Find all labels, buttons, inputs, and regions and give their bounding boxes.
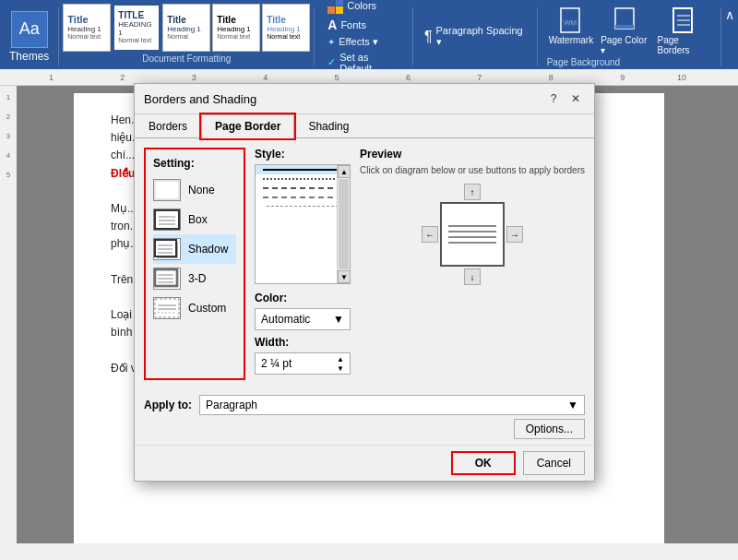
dialog-overlay: Borders and Shading ? ✕ Borders Page Bor… <box>0 0 738 560</box>
setting-box[interactable]: Box <box>153 205 236 234</box>
dialog-footer: OK Cancel <box>135 445 594 481</box>
none-icon <box>153 179 181 201</box>
close-button[interactable]: ✕ <box>566 89 585 108</box>
setting-shadow[interactable]: Shadow <box>153 234 236 264</box>
box-icon <box>153 209 181 231</box>
svg-rect-8 <box>155 181 179 199</box>
setting-custom[interactable]: Custom <box>153 293 236 323</box>
help-button[interactable]: ? <box>544 89 563 108</box>
apply-to-label: Apply to: <box>144 399 192 411</box>
apply-to-dropdown[interactable]: Paragraph ▼ <box>199 395 585 415</box>
svg-rect-9 <box>155 210 179 229</box>
box-label: Box <box>188 213 208 226</box>
style-item-solid[interactable] <box>256 165 350 174</box>
setting-3d[interactable]: 3-D <box>153 264 236 293</box>
custom-label: Custom <box>188 302 226 315</box>
tab-shading[interactable]: Shading <box>294 114 363 138</box>
width-down-arrow[interactable]: ▼ <box>337 364 344 373</box>
options-button[interactable]: Options... <box>514 419 585 439</box>
svg-rect-18 <box>155 269 177 286</box>
svg-rect-23 <box>155 299 179 317</box>
preview-hint: Click on diagram below or use buttons to… <box>360 164 585 176</box>
style-item-dash-dot-dot[interactable] <box>256 202 350 210</box>
style-panel: Style: <box>255 148 351 380</box>
tab-page-border[interactable]: Page Border <box>201 114 294 138</box>
style-label: Style: <box>255 148 351 161</box>
setting-none[interactable]: None <box>153 175 236 205</box>
preview-lines <box>448 211 496 257</box>
width-label: Width: <box>255 336 351 349</box>
preview-panel: Preview Click on diagram below or use bu… <box>360 148 585 380</box>
ok-button[interactable]: OK <box>451 451 516 475</box>
style-listbox[interactable]: ▲ ▼ <box>255 164 351 284</box>
custom-icon <box>153 297 181 319</box>
color-section: Color: Automatic ▼ <box>255 292 351 330</box>
preview-top-border-btn[interactable]: ↑ <box>464 184 481 200</box>
scrollbar-down[interactable]: ▼ <box>338 270 351 283</box>
dialog-body: Setting: None <box>135 138 594 389</box>
width-dropdown[interactable]: 2 ¼ pt ▲ ▼ <box>255 352 351 375</box>
style-item-dash-dot[interactable] <box>256 193 350 202</box>
preview-label: Preview <box>360 148 585 161</box>
shadow-label: Shadow <box>188 243 228 256</box>
color-label: Color: <box>255 292 351 304</box>
scrollbar-thumb[interactable] <box>339 179 349 269</box>
dropdown-arrow: ▼ <box>333 313 344 326</box>
setting-label: Setting: <box>153 157 236 170</box>
width-up-arrow[interactable]: ▲ <box>337 355 344 363</box>
width-section: Width: 2 ¼ pt ▲ ▼ <box>255 336 351 375</box>
style-item-dotted[interactable] <box>256 174 350 184</box>
3d-icon <box>153 268 181 290</box>
style-scrollbar[interactable]: ▲ ▼ <box>337 165 350 283</box>
preview-box[interactable] <box>440 202 505 267</box>
svg-rect-14 <box>155 240 176 256</box>
color-dropdown[interactable]: Automatic ▼ <box>255 308 351 330</box>
tab-borders[interactable]: Borders <box>135 114 201 138</box>
preview-area: ↑ ← → <box>360 184 585 285</box>
style-item-dashed[interactable] <box>256 184 350 193</box>
dialog-title: Borders and Shading <box>144 92 256 106</box>
dialog-titlebar-buttons: ? ✕ <box>544 89 585 108</box>
3d-label: 3-D <box>188 272 206 285</box>
shadow-icon <box>153 238 181 260</box>
dialog-titlebar: Borders and Shading ? ✕ <box>135 84 594 114</box>
none-label: None <box>188 184 215 197</box>
apply-section: Apply to: Paragraph ▼ Options... <box>135 389 594 445</box>
setting-panel: Setting: None <box>144 148 245 380</box>
preview-bottom-border-btn[interactable]: ↓ <box>464 268 481 285</box>
preview-right-border-btn[interactable]: → <box>506 226 523 243</box>
preview-left-border-btn[interactable]: ← <box>422 226 438 243</box>
cancel-button[interactable]: Cancel <box>523 451 585 475</box>
dialog-tabs: Borders Page Border Shading <box>135 114 594 138</box>
apply-dropdown-arrow: ▼ <box>567 399 578 411</box>
scrollbar-up[interactable]: ▲ <box>338 165 351 178</box>
borders-shading-dialog: Borders and Shading ? ✕ Borders Page Bor… <box>134 83 595 482</box>
